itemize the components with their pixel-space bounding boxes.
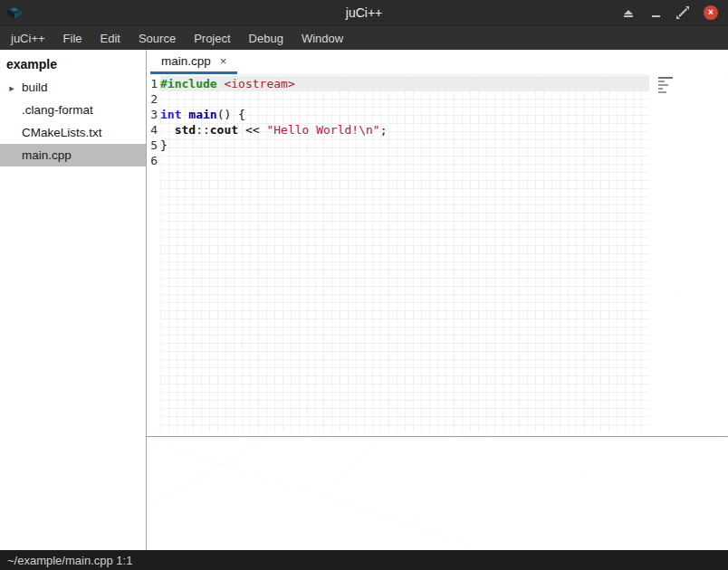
maximize-icon[interactable]	[676, 6, 689, 19]
code-lines: 1#include <iostream>23int main() {4 std:…	[147, 74, 649, 168]
editor-pane: main.cpp × 1#include <iostream>23int mai…	[147, 50, 728, 550]
tree-item-clang-format[interactable]: .clang-format	[0, 99, 146, 121]
line-number: 6	[147, 153, 158, 168]
line-number: 5	[147, 138, 158, 153]
code-line[interactable]: 4 std::cout << "Hello World!\n";	[147, 122, 649, 138]
tab-label: main.cpp	[161, 54, 211, 68]
code-line[interactable]: 2	[147, 91, 649, 107]
window-title: juCi++	[0, 5, 728, 20]
tabbar: main.cpp ×	[147, 50, 728, 74]
line-number: 2	[147, 91, 158, 107]
statusbar: ~/example/main.cpp 1:1	[0, 550, 728, 570]
tree-item-cmakelists-txt[interactable]: CMakeLists.txt	[0, 121, 146, 144]
keep-above-icon[interactable]	[622, 6, 635, 19]
file-tree: ▸build.clang-formatCMakeLists.txtmain.cp…	[0, 76, 146, 166]
window-controls: ×	[622, 5, 728, 20]
tree-item-label: CMakeLists.txt	[22, 126, 102, 139]
code-area: 1#include <iostream>23int main() {4 std:…	[147, 74, 649, 432]
line-number: 4	[147, 122, 158, 138]
tree-item-label: .clang-format	[22, 103, 93, 117]
code-line[interactable]: 1#include <iostream>	[147, 76, 649, 91]
sidebar: example ▸build.clang-formatCMakeLists.tx…	[0, 50, 147, 550]
app-window: juCi++ × juCi++FileEditSourceProjectDebu…	[0, 0, 728, 570]
app-icon	[6, 5, 23, 20]
terminal-panel[interactable]	[147, 436, 728, 550]
tree-item-build[interactable]: ▸build	[0, 76, 146, 99]
menu-item-project[interactable]: Project	[185, 26, 239, 50]
tree-item-label: build	[22, 81, 48, 94]
status-file-position: ~/example/main.cpp 1:1	[7, 554, 132, 567]
menu-item-file[interactable]: File	[54, 26, 91, 50]
line-number: 1	[147, 76, 158, 91]
code-line[interactable]: 5}	[147, 138, 649, 153]
menu-item-debug[interactable]: Debug	[240, 26, 292, 50]
titlebar: juCi++ ×	[0, 0, 728, 25]
overview-map[interactable]	[658, 77, 676, 93]
menu-item-edit[interactable]: Edit	[91, 26, 129, 50]
menu-item-window[interactable]: Window	[292, 26, 352, 50]
menu-item-juci[interactable]: juCi++	[2, 26, 54, 50]
project-root-label: example	[0, 54, 146, 76]
tab-close-icon[interactable]: ×	[220, 55, 227, 67]
minimize-icon[interactable]	[649, 6, 662, 19]
code-line[interactable]: 3int main() {	[147, 107, 649, 122]
menubar: juCi++FileEditSourceProjectDebugWindow	[0, 25, 728, 50]
close-icon[interactable]: ×	[704, 5, 718, 20]
code-editor[interactable]: 1#include <iostream>23int main() {4 std:…	[147, 74, 728, 436]
tree-item-label: main.cpp	[22, 148, 72, 162]
menu-item-source[interactable]: Source	[129, 26, 185, 50]
code-line[interactable]: 6	[147, 153, 649, 168]
content: example ▸build.clang-formatCMakeLists.tx…	[0, 50, 728, 550]
tree-item-main-cpp[interactable]: main.cpp	[0, 144, 146, 166]
line-number: 3	[147, 107, 158, 122]
tab-main-cpp[interactable]: main.cpp ×	[150, 50, 237, 74]
expander-icon[interactable]: ▸	[6, 81, 17, 93]
